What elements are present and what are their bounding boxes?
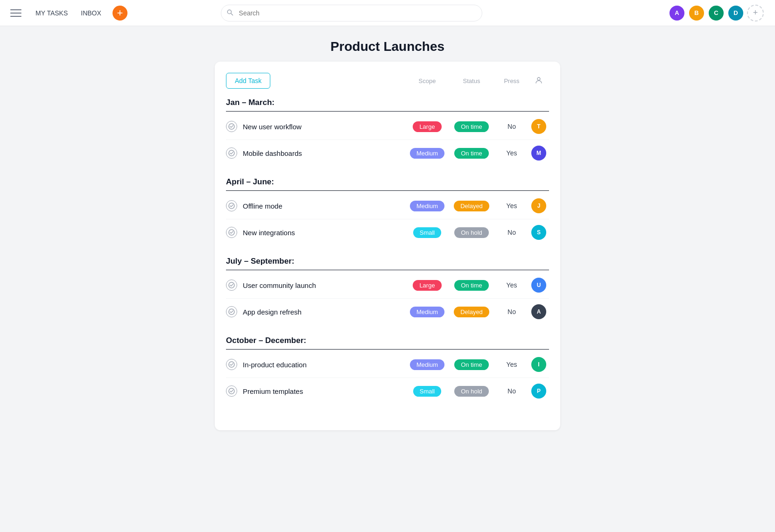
section-title-3: October – December:	[226, 336, 549, 350]
my-tasks-nav[interactable]: MY TASKS	[30, 7, 73, 20]
task-columns: Small On hold No S	[406, 225, 549, 240]
menu-icon[interactable]	[7, 5, 24, 21]
scope-header: Scope	[406, 77, 448, 84]
scope-badge: Small	[413, 227, 442, 238]
task-name: Premium templates	[243, 387, 406, 395]
task-columns: Medium Delayed Yes J	[406, 198, 549, 213]
task-name: New user workflow	[243, 123, 406, 131]
press-value: Yes	[495, 149, 528, 157]
table-row: Premium templates Small On hold No P	[226, 378, 549, 404]
avatar-4[interactable]: D	[727, 5, 744, 21]
svg-line-1	[231, 13, 232, 15]
add-button[interactable]: +	[113, 6, 127, 21]
sections-container: Jan – March: New user workflow Large On …	[226, 98, 549, 404]
status-badge: On time	[454, 148, 489, 159]
status-badge: On time	[454, 121, 489, 132]
scope-badge: Large	[413, 280, 441, 291]
task-columns: Large On time No T	[406, 119, 549, 134]
avatar-3[interactable]: C	[708, 5, 725, 21]
scope-badge: Medium	[410, 307, 444, 317]
section-0: Jan – March: New user workflow Large On …	[226, 98, 549, 166]
table-row: In-product education Medium On time Yes …	[226, 351, 549, 378]
column-headers: Scope Status Press	[406, 76, 549, 86]
section-2: July – September: User community launch …	[226, 257, 549, 325]
table-row: Mobile dashboards Medium On time Yes M	[226, 140, 549, 166]
task-checkbox[interactable]	[226, 121, 237, 132]
task-checkbox[interactable]	[226, 280, 237, 291]
section-title-2: July – September:	[226, 257, 549, 270]
task-columns: Small On hold No P	[406, 384, 549, 399]
avatar[interactable]: S	[531, 225, 546, 240]
section-3: October – December: In-product education…	[226, 336, 549, 404]
task-name: Mobile dashboards	[243, 149, 406, 157]
scope-badge: Large	[413, 121, 441, 132]
avatar[interactable]: I	[531, 357, 546, 372]
search-icon	[226, 9, 233, 17]
scope-badge: Medium	[410, 359, 444, 370]
press-value: Yes	[495, 281, 528, 289]
table-row: Offline mode Medium Delayed Yes J	[226, 193, 549, 219]
status-badge: On time	[454, 359, 489, 370]
table-row: New user workflow Large On time No T	[226, 113, 549, 140]
task-checkbox[interactable]	[226, 227, 237, 238]
status-badge: On hold	[454, 227, 489, 238]
task-columns: Medium On time Yes I	[406, 357, 549, 372]
task-columns: Large On time Yes U	[406, 278, 549, 293]
press-value: No	[495, 387, 528, 395]
topbar-avatars: A B C D +	[669, 5, 768, 21]
task-checkbox[interactable]	[226, 200, 237, 211]
status-header: Status	[448, 77, 495, 84]
task-checkbox[interactable]	[226, 147, 237, 159]
task-panel: Add Task Scope Status Press Jan – March:	[215, 62, 560, 430]
scope-badge: Small	[413, 386, 442, 397]
avatar[interactable]: U	[531, 278, 546, 293]
add-member-button[interactable]: +	[747, 5, 764, 21]
topbar-nav: MY TASKS INBOX +	[30, 6, 127, 21]
page-header: Product Launches	[0, 26, 775, 62]
task-name: App design refresh	[243, 308, 406, 316]
section-1: April – June: Offline mode Medium Delaye…	[226, 177, 549, 245]
table-row: App design refresh Medium Delayed No A	[226, 299, 549, 325]
section-title-0: Jan – March:	[226, 98, 549, 112]
task-toolbar: Add Task Scope Status Press	[226, 73, 549, 89]
add-task-button[interactable]: Add Task	[226, 73, 270, 89]
task-name: Offline mode	[243, 202, 406, 210]
main-content: Add Task Scope Status Press Jan – March:	[0, 62, 775, 449]
task-columns: Medium Delayed No A	[406, 304, 549, 319]
avatar-1[interactable]: A	[669, 5, 685, 21]
task-checkbox[interactable]	[226, 385, 237, 397]
task-name: New integrations	[243, 229, 406, 237]
user-header	[528, 76, 549, 86]
task-name: In-product education	[243, 361, 406, 369]
press-value: No	[495, 123, 528, 130]
status-badge: On time	[454, 280, 489, 291]
avatar[interactable]: A	[531, 304, 546, 319]
status-badge: Delayed	[454, 307, 489, 317]
table-row: User community launch Large On time Yes …	[226, 272, 549, 299]
section-title-1: April – June:	[226, 177, 549, 191]
search-input[interactable]	[221, 5, 482, 21]
table-row: New integrations Small On hold No S	[226, 219, 549, 245]
task-columns: Medium On time Yes M	[406, 146, 549, 161]
status-badge: Delayed	[454, 201, 489, 211]
topbar: MY TASKS INBOX + A B C D +	[0, 0, 775, 26]
press-header: Press	[495, 77, 528, 84]
press-value: No	[495, 229, 528, 236]
avatar[interactable]: P	[531, 384, 546, 399]
task-checkbox[interactable]	[226, 359, 237, 370]
task-checkbox[interactable]	[226, 306, 237, 317]
avatar[interactable]: T	[531, 119, 546, 134]
inbox-nav[interactable]: INBOX	[75, 7, 107, 20]
scope-badge: Medium	[410, 148, 444, 159]
status-badge: On hold	[454, 386, 489, 397]
svg-point-2	[537, 77, 540, 80]
press-value: Yes	[495, 202, 528, 210]
avatar[interactable]: M	[531, 146, 546, 161]
press-value: No	[495, 308, 528, 315]
page-title: Product Launches	[331, 39, 444, 54]
task-name: User community launch	[243, 281, 406, 289]
avatar[interactable]: J	[531, 198, 546, 213]
scope-badge: Medium	[410, 201, 444, 211]
press-value: Yes	[495, 361, 528, 368]
avatar-2[interactable]: B	[688, 5, 705, 21]
